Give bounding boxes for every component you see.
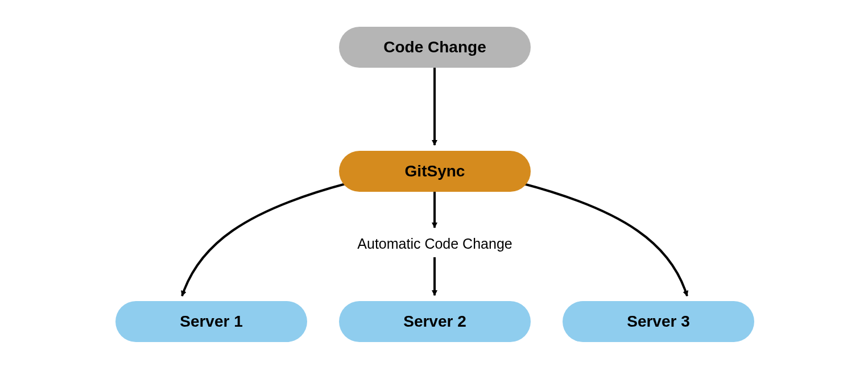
node-server-2-label: Server 2 [403, 312, 466, 331]
node-gitsync: GitSync [339, 151, 531, 192]
edge-label-automatic: Automatic Code Change [353, 236, 517, 252]
node-server-1-label: Server 1 [180, 312, 243, 331]
node-code-change-label: Code Change [383, 38, 486, 56]
node-server-3-label: Server 3 [627, 312, 690, 331]
arrow-gitsync-to-server3 [522, 183, 687, 296]
node-gitsync-label: GitSync [405, 162, 465, 180]
node-server-1: Server 1 [115, 301, 307, 342]
arrow-gitsync-to-server1 [182, 183, 348, 296]
diagram-canvas: Code Change GitSync Automatic Code Chang… [0, 0, 868, 391]
node-server-2: Server 2 [339, 301, 531, 342]
node-code-change: Code Change [339, 27, 531, 68]
node-server-3: Server 3 [563, 301, 754, 342]
